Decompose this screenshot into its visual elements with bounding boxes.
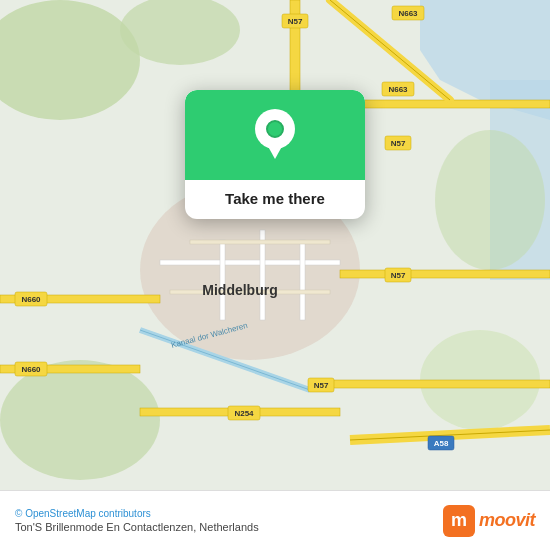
svg-text:N254: N254	[234, 409, 254, 418]
svg-rect-18	[220, 240, 225, 320]
moovit-wordmark: moovit	[479, 510, 535, 531]
svg-text:N57: N57	[288, 17, 303, 26]
moovit-logo: m moovit	[443, 505, 535, 537]
svg-text:N663: N663	[388, 85, 408, 94]
svg-marker-49	[265, 141, 285, 159]
svg-rect-17	[160, 260, 340, 265]
svg-text:N660: N660	[21, 365, 41, 374]
osm-link[interactable]: OpenStreetMap	[25, 508, 96, 519]
svg-point-4	[435, 130, 545, 270]
location-pin-icon	[253, 107, 297, 163]
svg-rect-12	[340, 270, 550, 278]
svg-point-48	[267, 121, 283, 137]
footer-location: © OpenStreetMap contributors Ton'S Brill…	[15, 508, 259, 533]
svg-text:N57: N57	[391, 139, 406, 148]
svg-text:A58: A58	[434, 439, 449, 448]
popup-card: Take me there	[185, 90, 365, 219]
map-container: N57 N663 N663 N57 N57 N57 N660 N660 N254…	[0, 0, 550, 490]
footer: © OpenStreetMap contributors Ton'S Brill…	[0, 490, 550, 550]
moovit-m-icon: m	[443, 505, 475, 537]
svg-point-6	[0, 360, 160, 480]
popup-header	[185, 90, 365, 180]
location-text: Ton'S Brillenmode En Contactlenzen, Neth…	[15, 521, 259, 533]
osm-credit: © OpenStreetMap contributors	[15, 508, 259, 519]
copyright-symbol: ©	[15, 508, 22, 519]
osm-contributors: contributors	[99, 508, 151, 519]
svg-text:N660: N660	[21, 295, 41, 304]
take-me-there-button[interactable]: Take me there	[215, 190, 335, 207]
svg-text:N663: N663	[398, 9, 418, 18]
svg-text:N57: N57	[391, 271, 406, 280]
svg-rect-13	[310, 380, 550, 388]
svg-text:N57: N57	[314, 381, 329, 390]
svg-text:Middelburg: Middelburg	[202, 282, 277, 298]
svg-rect-20	[300, 240, 305, 320]
svg-rect-24	[190, 240, 330, 244]
